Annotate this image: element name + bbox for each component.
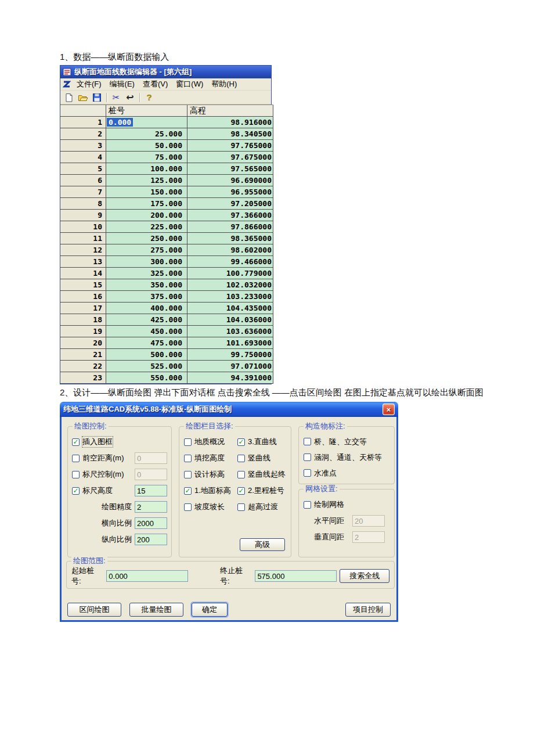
undo-icon[interactable]: ↩ <box>124 92 136 103</box>
start-stake-input[interactable] <box>106 570 188 582</box>
elevation-cell[interactable]: 98.365000 <box>187 233 273 244</box>
elevation-cell[interactable]: 98.602000 <box>187 244 273 256</box>
row-number-cell[interactable]: 9 <box>60 210 106 221</box>
ruler-control-input[interactable] <box>135 469 167 480</box>
elevation-cell[interactable]: 97.675000 <box>187 152 273 163</box>
checkbox-option[interactable]: 竖曲线起终 <box>237 466 286 483</box>
checkbox-icon[interactable] <box>304 501 311 509</box>
stake-cell[interactable]: 125.000 <box>106 175 187 186</box>
table-row[interactable]: 9200.00097.366000 <box>60 210 273 221</box>
checkbox-option[interactable]: 竖曲线 <box>237 450 286 466</box>
table-row[interactable]: 14325.000100.779000 <box>60 268 273 279</box>
table-row[interactable]: 16375.000103.233000 <box>60 291 273 303</box>
row-number-cell[interactable]: 7 <box>60 186 106 198</box>
stake-cell[interactable]: 75.000 <box>106 152 187 163</box>
elevation-cell[interactable]: 104.036000 <box>187 314 273 326</box>
advanced-button[interactable]: 高级 <box>240 538 285 551</box>
table-row[interactable]: 18425.000104.036000 <box>60 314 273 326</box>
menu-item[interactable]: 编辑(E) <box>106 78 139 90</box>
ruler-control-option[interactable]: 标尺控制(m) <box>72 466 167 483</box>
elevation-cell[interactable]: 103.233000 <box>187 291 273 303</box>
elevation-cell[interactable]: 102.032000 <box>187 279 273 291</box>
checkbox-option[interactable]: 3.直曲线 <box>237 434 286 450</box>
table-row[interactable]: 7150.00096.955000 <box>60 186 273 198</box>
checkbox-option[interactable]: 设计标高 <box>184 466 237 483</box>
table-row[interactable]: 475.00097.675000 <box>60 152 273 163</box>
end-stake-input[interactable] <box>255 570 337 582</box>
draw-grid-option[interactable]: 绘制网格 <box>304 496 389 513</box>
search-full-line-button[interactable]: 搜索全线 <box>340 569 389 583</box>
table-row[interactable]: 350.00097.765000 <box>60 140 273 152</box>
elevation-cell[interactable]: 96.690000 <box>187 175 273 186</box>
interval-draw-button[interactable]: 区间绘图 <box>67 603 121 617</box>
menu-item[interactable]: 窗口(W) <box>172 78 207 90</box>
stake-cell[interactable]: 475.000 <box>106 337 187 349</box>
elevation-cell[interactable]: 97.565000 <box>187 163 273 175</box>
cut-icon[interactable]: ✂ <box>110 92 122 103</box>
vertical-spacing-input[interactable] <box>352 531 385 543</box>
elevation-cell[interactable]: 97.071000 <box>187 361 273 372</box>
elevation-cell[interactable]: 97.866000 <box>187 221 273 233</box>
checkbox-option[interactable]: 地质概况 <box>184 434 237 450</box>
stake-cell[interactable]: 275.000 <box>106 244 187 256</box>
elevation-cell[interactable]: 94.391000 <box>187 372 273 384</box>
row-number-cell[interactable]: 17 <box>60 303 106 314</box>
elevation-cell[interactable]: 98.340500 <box>187 128 273 140</box>
elevation-cell[interactable]: 100.779000 <box>187 268 273 279</box>
ok-button[interactable]: 确定 <box>192 603 228 617</box>
checkbox-option[interactable]: 1.地面标高 <box>184 483 237 499</box>
table-row[interactable]: 21500.00099.750000 <box>60 349 273 361</box>
checkbox-icon[interactable] <box>72 438 80 446</box>
stake-cell[interactable]: 500.000 <box>106 349 187 361</box>
project-control-button[interactable]: 项目控制 <box>345 603 391 617</box>
table-row[interactable]: 10225.00097.866000 <box>60 221 273 233</box>
menu-item[interactable]: 文件(F) <box>73 78 106 90</box>
table-row[interactable]: 225.00098.340500 <box>60 128 273 140</box>
table-row[interactable]: 5100.00097.565000 <box>60 163 273 175</box>
table-row[interactable]: 17400.000104.435000 <box>60 303 273 314</box>
help-icon[interactable]: ? <box>143 92 156 103</box>
ruler-height-option[interactable]: 标尺高度 <box>72 483 167 499</box>
row-number-cell[interactable]: 23 <box>60 372 106 384</box>
row-number-cell[interactable]: 10 <box>60 221 106 233</box>
checkbox-option[interactable]: 填挖高度 <box>184 450 237 466</box>
stake-cell[interactable]: 175.000 <box>106 198 187 210</box>
stake-cell[interactable]: 400.000 <box>106 303 187 314</box>
horizontal-spacing-input[interactable] <box>352 515 385 527</box>
ruler-height-input[interactable] <box>135 485 167 496</box>
save-icon[interactable] <box>91 92 103 103</box>
checkbox-option[interactable]: 坡度坡长 <box>184 499 237 515</box>
stake-cell[interactable]: 200.000 <box>106 210 187 221</box>
stake-cell[interactable]: 525.000 <box>106 361 187 372</box>
row-number-cell[interactable]: 20 <box>60 337 106 349</box>
checkbox-option[interactable]: 超高过渡 <box>237 499 286 515</box>
table-row[interactable]: 8175.00097.205000 <box>60 198 273 210</box>
precision-input[interactable] <box>135 501 167 513</box>
new-document-icon[interactable] <box>63 92 75 103</box>
stake-cell[interactable]: 0.000 <box>106 117 187 128</box>
table-row[interactable]: 6125.00096.690000 <box>60 175 273 186</box>
front-gap-option[interactable]: 前空距离(m) <box>72 450 167 466</box>
stake-cell[interactable]: 350.000 <box>106 279 187 291</box>
elevation-cell[interactable]: 99.466000 <box>187 256 273 268</box>
table-row[interactable]: 22525.00097.071000 <box>60 361 273 372</box>
row-number-cell[interactable]: 13 <box>60 256 106 268</box>
elevation-cell[interactable]: 98.916000 <box>187 117 273 128</box>
elevation-cell[interactable]: 103.636000 <box>187 326 273 337</box>
menu-item[interactable]: 帮助(H) <box>207 78 241 90</box>
stake-cell[interactable]: 50.000 <box>106 140 187 152</box>
row-number-cell[interactable]: 14 <box>60 268 106 279</box>
row-number-cell[interactable]: 6 <box>60 175 106 186</box>
stake-cell[interactable]: 150.000 <box>106 186 187 198</box>
front-gap-input[interactable] <box>135 452 167 464</box>
row-number-cell[interactable]: 1 <box>60 117 106 128</box>
checkbox-icon[interactable] <box>72 487 80 495</box>
open-folder-icon[interactable] <box>77 92 89 103</box>
vertical-scale-input[interactable] <box>135 534 167 545</box>
elevation-cell[interactable]: 97.765000 <box>187 140 273 152</box>
row-number-cell[interactable]: 15 <box>60 279 106 291</box>
stake-cell[interactable]: 25.000 <box>106 128 187 140</box>
elevation-cell[interactable]: 97.205000 <box>187 198 273 210</box>
stake-cell[interactable]: 450.000 <box>106 326 187 337</box>
table-row[interactable]: 13300.00099.466000 <box>60 256 273 268</box>
